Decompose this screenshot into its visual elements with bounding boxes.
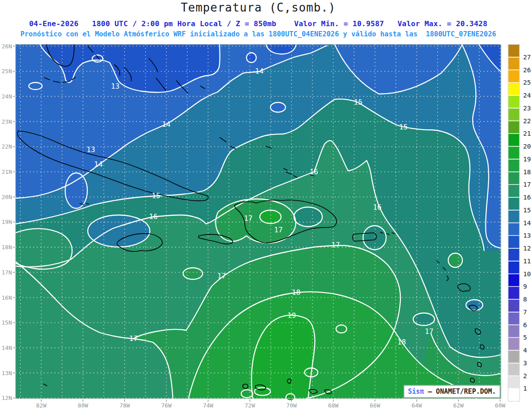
colorbar-label: 23 xyxy=(523,105,531,112)
credit-sis: Sis xyxy=(408,388,420,395)
colorbar-label: 25 xyxy=(523,79,531,86)
colorbar-swatch xyxy=(508,363,520,376)
contour-label: 18 xyxy=(292,288,300,297)
contour-label: 14 xyxy=(255,67,263,75)
colorbar-label: 27 xyxy=(523,54,531,61)
colorbar-swatch xyxy=(508,261,520,274)
lon-label: 72W xyxy=(245,402,255,409)
colorbar-label: 24 xyxy=(523,92,531,99)
lon-label: 64W xyxy=(411,402,422,409)
colorbar-label: 1 xyxy=(523,385,527,392)
lat-label: 21N xyxy=(2,168,12,175)
colorbar-swatch xyxy=(508,274,520,287)
colorbar-label: 3 xyxy=(523,360,527,367)
colorbar-swatch xyxy=(508,57,520,70)
lat-label: 22N xyxy=(2,143,12,150)
colorbar-swatch xyxy=(508,337,520,350)
colorbar-label: 16 xyxy=(523,194,531,201)
colorbar-swatch xyxy=(508,184,520,197)
contour-label: 17 xyxy=(331,241,340,249)
credit-onamet: – ONAMET/REP.DOM. xyxy=(424,388,496,395)
lon-label: 82W xyxy=(36,402,47,409)
lat-label: 12N xyxy=(2,395,12,401)
contour-label: 15 xyxy=(399,123,407,131)
credit-pi-icon: π xyxy=(420,388,424,395)
colorbar-swatch xyxy=(508,350,520,363)
lat-label: 19N xyxy=(2,219,12,225)
contour-label: 17 xyxy=(129,334,137,343)
colorbar-label: 14 xyxy=(523,219,531,227)
contour-label: 16 xyxy=(149,212,157,221)
colorbar-label: 21 xyxy=(523,130,531,137)
contour-label: 19 xyxy=(287,311,296,320)
contour-label: 14 xyxy=(94,160,102,168)
credit-badge: Sisπ – ONAMET/REP.DOM. xyxy=(403,385,501,398)
colorbar-swatch xyxy=(508,299,520,312)
lon-label: 80W xyxy=(78,402,88,409)
lat-label: 25N xyxy=(2,68,12,74)
temperature-map: 1313141414151515161616171717171717181819… xyxy=(0,0,532,411)
contour-label: 13 xyxy=(111,82,119,90)
lon-label: 70W xyxy=(286,402,297,409)
contour-label: 17 xyxy=(425,327,433,336)
page-title: Temperatura (C,somb.) xyxy=(16,1,501,14)
contour-label: 17 xyxy=(244,214,252,223)
colorbar-swatch xyxy=(508,388,520,401)
colorbar-label: 20 xyxy=(523,143,531,150)
contour-label: 15 xyxy=(354,98,362,106)
subtitle-datetime: 04-Ene-2026 1800 UTC / 2:00 pm Hora Loca… xyxy=(16,20,501,28)
colorbar-swatch xyxy=(508,108,520,121)
lat-label: 24N xyxy=(2,93,12,100)
colorbar-swatch xyxy=(508,235,520,248)
contour-label: 13 xyxy=(86,145,95,154)
colorbar-label: 6 xyxy=(523,321,527,329)
lat-label: 13N xyxy=(2,370,12,376)
colorbar-label: 22 xyxy=(523,117,531,125)
colorbar-swatch xyxy=(508,159,520,172)
colorbar-label: 8 xyxy=(523,296,527,303)
colorbar-swatch xyxy=(508,70,520,83)
lon-label: 66W xyxy=(370,402,380,409)
lon-label: 74W xyxy=(203,402,214,409)
colorbar-swatch xyxy=(508,248,520,261)
colorbar-label: 17 xyxy=(523,181,531,188)
lon-label: 78W xyxy=(119,402,130,409)
colorbar-label: 5 xyxy=(523,334,527,341)
colorbar-swatch xyxy=(508,376,520,389)
lat-label: 15N xyxy=(2,319,12,326)
colorbar-swatch xyxy=(508,133,520,146)
colorbar-swatch xyxy=(508,210,520,223)
lat-label: 14N xyxy=(2,344,12,351)
colorbar-label: 15 xyxy=(523,207,531,214)
colorbar-label: 2 xyxy=(523,372,527,380)
lat-label: 16N xyxy=(2,294,12,301)
colorbar-label: 4 xyxy=(523,347,527,354)
lon-label: 60W xyxy=(495,402,505,409)
lat-label: 20N xyxy=(2,194,12,200)
colorbar-swatch xyxy=(508,172,520,185)
subtitle-model-info: Pronóstico con el Modelo Atmósferico WRF… xyxy=(16,30,501,38)
contour-label: 16 xyxy=(309,168,318,176)
colorbar-label: 26 xyxy=(523,67,531,74)
contour-label: 18 xyxy=(397,338,406,346)
colorbar-label: 19 xyxy=(523,156,531,163)
temperature-fill-regions xyxy=(16,44,501,401)
colorbar-label: 9 xyxy=(523,283,527,290)
colorbar-label: 13 xyxy=(523,232,531,239)
colorbar-label: 12 xyxy=(523,245,531,252)
lon-label: 76W xyxy=(161,402,172,409)
contour-label: 17 xyxy=(274,226,282,234)
contour-label: 14 xyxy=(162,120,170,129)
lat-label: 23N xyxy=(2,118,12,125)
colorbar-label: 10 xyxy=(523,270,531,278)
contour-label: 15 xyxy=(152,192,160,200)
lon-label: 68W xyxy=(328,402,339,409)
colorbar-label: 18 xyxy=(523,168,531,176)
lon-label: 62W xyxy=(453,402,464,409)
lat-label: 17N xyxy=(2,269,12,276)
colorbar-swatch xyxy=(508,325,520,338)
contour-label: 17 xyxy=(217,272,226,280)
colorbar-swatch xyxy=(508,223,520,236)
colorbar-swatch xyxy=(508,121,520,134)
lat-label: 26N xyxy=(2,43,12,50)
